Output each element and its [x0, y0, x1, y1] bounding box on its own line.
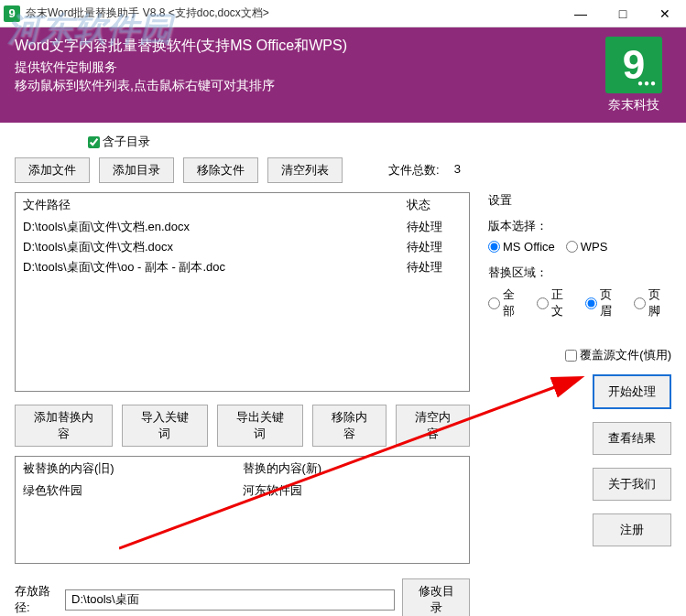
col-header-path: 文件路径 [23, 197, 407, 213]
radio-footer[interactable]: 页脚 [634, 286, 671, 319]
maximize-button[interactable]: □ [602, 0, 644, 27]
close-button[interactable]: ✕ [644, 0, 686, 27]
save-path-input[interactable] [65, 589, 395, 611]
export-keywords-button[interactable]: 导出关键词 [217, 405, 303, 447]
app-icon: 9 [4, 5, 20, 22]
save-path-label: 存放路径: [15, 583, 58, 616]
file-count-value: 3 [454, 162, 461, 178]
window-title: 奈末Word批量替换助手 V8.8 <支持doc,docx文档> [26, 5, 560, 21]
header-subtitle1: 提供软件定制服务 [15, 59, 347, 76]
col-header-status: 状态 [407, 197, 462, 213]
settings-title: 设置 [488, 192, 671, 209]
overwrite-checkbox[interactable]: 覆盖源文件(慎用) [565, 347, 671, 363]
add-replace-button[interactable]: 添加替换内容 [15, 405, 113, 447]
start-button[interactable]: 开始处理 [593, 374, 671, 409]
include-subdirs-checkbox[interactable]: 含子目录 [88, 134, 150, 150]
area-label: 替换区域： [488, 265, 671, 281]
radio-wps[interactable]: WPS [566, 240, 608, 254]
remove-content-button[interactable]: 移除内容 [312, 405, 387, 447]
file-path: D:\tools\桌面\文件\文档.en.docx [23, 219, 407, 235]
remove-file-button[interactable]: 移除文件 [183, 157, 258, 183]
clear-list-button[interactable]: 清空列表 [267, 157, 343, 183]
logo-icon: 9 ●●● [605, 37, 662, 93]
version-label: 版本选择： [488, 218, 671, 234]
file-list-table[interactable]: 文件路径 状态 D:\tools\桌面\文件\文档.en.docx待处理D:\t… [15, 192, 470, 392]
radio-header[interactable]: 页眉 [585, 286, 623, 319]
about-button[interactable]: 关于我们 [593, 468, 671, 501]
add-dir-button[interactable]: 添加目录 [99, 157, 174, 183]
table-row[interactable]: 绿色软件园河东软件园 [16, 481, 469, 501]
add-file-button[interactable]: 添加文件 [15, 157, 90, 183]
table-row[interactable]: D:\tools\桌面\文件\文档.en.docx待处理 [16, 217, 469, 237]
file-path: D:\tools\桌面\文件\oo - 副本 - 副本.doc [23, 259, 407, 276]
table-row[interactable]: D:\tools\桌面\文件\oo - 副本 - 副本.doc待处理 [16, 257, 469, 277]
col-header-new: 替换的内容(新) [243, 460, 463, 477]
header-title: Word文字内容批量替换软件(支持MS Office和WPS) [15, 37, 347, 56]
file-count-label: 文件总数: [388, 162, 440, 178]
import-keywords-button[interactable]: 导入关键词 [122, 405, 208, 447]
clear-content-button[interactable]: 清空内容 [396, 405, 470, 447]
brand-name: 奈末科技 [605, 97, 662, 113]
table-row[interactable]: D:\tools\桌面\文件\文档.docx待处理 [16, 237, 469, 257]
old-text: 绿色软件园 [23, 482, 243, 499]
replace-table[interactable]: 被替换的内容(旧) 替换的内容(新) 绿色软件园河东软件园 [15, 456, 470, 564]
radio-all[interactable]: 全部 [488, 286, 526, 319]
file-path: D:\tools\桌面\文件\文档.docx [23, 239, 407, 255]
titlebar: 9 奈末Word批量替换助手 V8.8 <支持doc,docx文档> — □ ✕ [0, 0, 686, 27]
file-status: 待处理 [407, 239, 462, 255]
col-header-old: 被替换的内容(旧) [23, 460, 243, 477]
logo-dots-icon: ●●● [637, 78, 657, 88]
file-status: 待处理 [407, 219, 462, 235]
radio-msoffice[interactable]: MS Office [488, 240, 555, 254]
header-banner: Word文字内容批量替换软件(支持MS Office和WPS) 提供软件定制服务… [0, 27, 686, 123]
register-button[interactable]: 注册 [593, 513, 671, 546]
brand-logo: 9 ●●● 奈末科技 [605, 37, 662, 113]
new-text: 河东软件园 [243, 482, 463, 499]
minimize-button[interactable]: — [560, 0, 602, 27]
change-dir-button[interactable]: 修改目录 [402, 578, 470, 616]
file-status: 待处理 [407, 259, 462, 276]
view-result-button[interactable]: 查看结果 [593, 422, 671, 455]
header-subtitle2: 移动鼠标到软件列表,点击鼠标右键可对其排序 [15, 78, 347, 94]
radio-body[interactable]: 正文 [537, 286, 574, 319]
